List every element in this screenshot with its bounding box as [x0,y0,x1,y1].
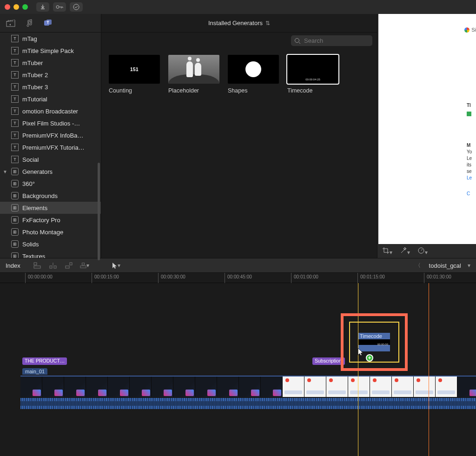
sidebar-item-solids[interactable]: ⊞Solids [0,238,101,250]
sidebar-item-label: Elements [22,205,47,211]
sidebar-item-label: mTuber 3 [22,84,48,91]
viewer-panel: Si Tl M Yo Le its se Le C ▾ ▾ ▾ [377,14,476,258]
sidebar-item[interactable]: TmTutorial [0,93,101,105]
signin-text: Si [471,27,476,33]
title-collection-icon: T [11,132,19,139]
audio-tab[interactable] [24,18,34,28]
search-input[interactable] [291,35,372,46]
sidebar-item[interactable]: Tomotion Broadcaster [0,105,101,117]
generator-counting[interactable]: 151 Counting [109,55,160,94]
sidebar-item[interactable]: TPixel Film Studios -… [0,117,101,129]
timeline-toolbar: Index ▾ ▾ 〈 todoist_gcal ▾ [0,258,476,273]
timeline[interactable]: THE PRODUCT… Subscription main_01 Timeco… [0,283,476,456]
sidebar-item[interactable]: TPremiumVFX InfoBa… [0,129,101,141]
generators-tab[interactable]: T [43,18,53,28]
sidebar-item-backgrounds[interactable]: ⊞Backgrounds [0,190,101,202]
append-clip-button[interactable] [64,261,73,270]
sidebar-item-label: PremiumVFX InfoBa… [22,132,84,139]
generator-icon: ⊞ [11,192,19,199]
download-arrow-icon [40,4,46,10]
svg-rect-9 [34,266,40,268]
generator-icon: ⊞ [11,216,19,224]
primary-video-track[interactable] [20,376,476,398]
sidebar-item-label: Solids [22,241,39,248]
chapter-marker[interactable]: Subscription [312,357,345,365]
magic-wand-icon [400,247,407,254]
svg-point-6 [295,39,299,43]
ruler-tick: 00:00:45:00 [227,274,252,279]
insert-clip-button[interactable] [48,261,58,270]
sidebar-item[interactable]: TmTag [0,33,101,45]
svg-rect-11 [54,266,56,268]
timeline-ruler[interactable]: 00:00:00:00 00:00:15:00 00:00:30:00 00:0… [0,273,476,283]
enhance-tool[interactable]: ▾ [400,247,410,256]
title-collection-icon: T [11,107,19,115]
sidebar-item[interactable]: TmTuber 3 [0,81,101,93]
annotation-highlight-box: Timecode 00:00:00 + [341,313,408,371]
svg-rect-10 [50,266,52,268]
chevron-left-icon: 〈 [415,262,421,270]
generator-shapes[interactable]: Shapes [228,55,279,94]
generator-timecode[interactable]: 00:00:04:25 Timecode [287,55,338,94]
sidebar-item-fxfactory[interactable]: ⊞FxFactory Pro [0,214,101,226]
primary-audio-track[interactable] [20,398,476,409]
overwrite-clip-button[interactable]: ▾ [80,261,89,270]
sidebar-item-label: Photo Montage [22,229,63,236]
timeline-history-back[interactable]: 〈 [413,261,423,270]
project-name[interactable]: todoist_gcal [429,262,461,269]
generator-category-icon: ⊞ [11,168,19,175]
chevron-down-icon: ▾ [468,262,470,269]
sidebar-item-360[interactable]: ⊞360° [0,178,101,190]
chapter-marker[interactable]: THE PRODUCT… [22,357,67,365]
title-collection-icon: T [11,95,19,103]
add-badge-icon: + [366,354,373,362]
annotation-inner-box: Timecode 00:00:00 [349,322,399,363]
sidebar-item[interactable]: TmTitle Simple Pack [0,45,101,57]
window-titlebar [0,0,476,14]
sidebar-item-textures[interactable]: ⊞Textures [0,250,101,258]
sidebar-item[interactable]: TPremiumVFX Tutoria… [0,141,101,153]
sidebar-item-elements[interactable]: ⊞Elements [0,202,101,214]
title-collection-icon: T [11,35,19,42]
sidebar-item[interactable]: TmTuber [0,57,101,69]
traffic-lights [5,4,28,10]
connect-clip-button[interactable] [33,261,42,270]
sidebar-item[interactable]: TSocial [0,153,101,165]
sidebar-category-generators[interactable]: ▼⊞Generators [0,165,101,178]
clapperboard-icon [6,20,15,27]
generator-thumb-value: 151 [130,67,139,72]
crop-icon [382,247,390,254]
gauge-icon [417,247,425,254]
sidebar-item[interactable]: TmTuber 2 [0,69,101,81]
checkmark-circle-icon [73,4,79,10]
sidebar-item-label: omotion Broadcaster [22,108,78,115]
keyword-button[interactable] [53,2,66,12]
clip-name-label[interactable]: main_01 [22,368,47,375]
sidebar-scrollbar[interactable] [98,163,100,260]
generator-icon: ⊞ [11,228,19,236]
google-signin-snippet: Si [464,27,476,33]
sidebar-item-photo-montage[interactable]: ⊞Photo Montage [0,226,101,238]
skimmer-line[interactable] [429,283,429,456]
viewer-canvas[interactable]: Si Tl M Yo Le its se Le C [378,14,476,244]
sidebar-item-label: Textures [22,253,45,258]
import-button[interactable] [36,2,49,12]
titles-tab[interactable] [6,18,16,28]
key-icon [56,5,63,9]
generator-thumb [228,55,279,84]
browser-sidebar: T TmTag TmTitle Simple Pack TmTuber TmTu… [0,14,101,258]
generator-placeholder[interactable]: Placeholder [168,55,219,94]
browser-title: Installed Generators [208,20,263,26]
timeline-index-button[interactable]: Index [6,262,20,269]
close-window-button[interactable] [5,4,10,10]
background-tasks-button[interactable] [70,2,83,12]
select-tool[interactable]: ▾ [112,261,121,270]
sidebar-item-label: 360° [22,180,35,187]
disclosure-triangle-icon: ▼ [3,169,7,174]
fullscreen-window-button[interactable] [22,4,28,10]
ruler-tick: 00:01:30:00 [427,274,451,279]
transform-tool[interactable]: ▾ [382,247,392,256]
browser-title-dropdown[interactable]: Installed Generators ⇅ [101,14,377,33]
minimize-window-button[interactable] [13,4,19,10]
retime-tool[interactable]: ▾ [417,247,428,256]
